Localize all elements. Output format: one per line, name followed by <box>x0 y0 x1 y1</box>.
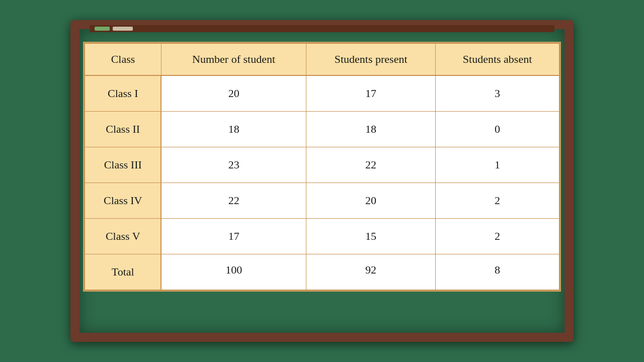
students-count-3: 23 <box>161 147 306 183</box>
table-row: Class I 20 17 3 <box>85 75 559 112</box>
students-count-1: 20 <box>161 75 306 112</box>
table-row: Class IV 22 20 2 <box>85 183 559 219</box>
col-header-present: Students present <box>306 43 436 75</box>
chalk-piece-green <box>95 27 110 31</box>
total-students: 100 <box>161 254 306 291</box>
class-label-3: Class III <box>85 147 161 183</box>
col-header-class: Class <box>85 43 161 75</box>
class-label-4: Class IV <box>85 183 161 219</box>
present-count-2: 18 <box>306 112 436 147</box>
absent-count-4: 2 <box>436 183 559 219</box>
students-count-4: 22 <box>161 183 306 219</box>
total-present: 92 <box>306 254 436 291</box>
table-total-row: Total 100 92 8 <box>85 254 559 291</box>
chalkboard: Class Number of student Students present… <box>70 20 574 342</box>
attendance-table: Class Number of student Students present… <box>84 43 560 291</box>
table-wrapper: Class Number of student Students present… <box>83 42 561 292</box>
class-label-1: Class I <box>85 75 161 112</box>
chalk-tray <box>90 25 554 32</box>
absent-count-1: 3 <box>436 75 559 112</box>
table-header-row: Class Number of student Students present… <box>85 43 559 75</box>
absent-count-2: 0 <box>436 112 559 147</box>
absent-count-3: 1 <box>436 147 559 183</box>
absent-count-5: 2 <box>436 219 559 254</box>
class-label-2: Class II <box>85 112 161 147</box>
students-count-2: 18 <box>161 112 306 147</box>
total-label: Total <box>85 254 161 291</box>
chalk-piece-1 <box>113 27 133 31</box>
students-count-5: 17 <box>161 219 306 254</box>
table-row: Class III 23 22 1 <box>85 147 559 183</box>
class-label-5: Class V <box>85 219 161 254</box>
present-count-4: 20 <box>306 183 436 219</box>
present-count-1: 17 <box>306 75 436 112</box>
total-absent: 8 <box>436 254 559 291</box>
table-row: Class II 18 18 0 <box>85 112 559 147</box>
col-header-absent: Students absent <box>436 43 559 75</box>
col-header-students: Number of student <box>161 43 306 75</box>
present-count-3: 22 <box>306 147 436 183</box>
present-count-5: 15 <box>306 219 436 254</box>
table-row: Class V 17 15 2 <box>85 219 559 254</box>
